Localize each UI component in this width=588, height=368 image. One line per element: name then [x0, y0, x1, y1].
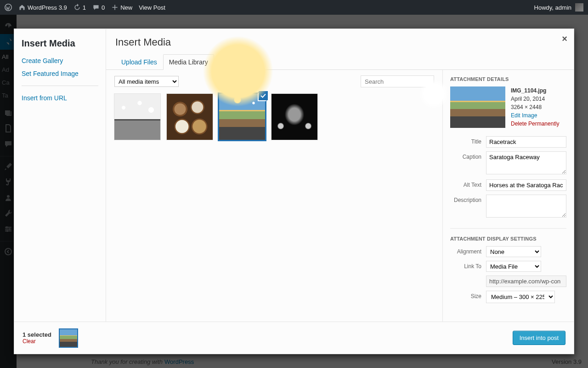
media-modal: × Insert Media Create Gallery Set Featur…	[14, 29, 574, 354]
svg-point-0	[5, 4, 11, 11]
refresh-icon	[74, 4, 81, 11]
plus-icon	[111, 4, 119, 11]
avatar	[575, 3, 583, 12]
howdy-text: Howdy, admin	[534, 4, 571, 11]
wp-logo-menu[interactable]	[5, 4, 12, 11]
updates-count: 1	[83, 4, 86, 11]
modal-overlay[interactable]: × Insert Media Create Gallery Set Featur…	[0, 15, 588, 368]
site-menu[interactable]: WordPress 3.9	[18, 4, 67, 11]
home-icon	[18, 4, 26, 11]
selection-thumb[interactable]	[59, 328, 78, 348]
updates-menu[interactable]: 1	[74, 4, 86, 11]
comments-menu[interactable]: 0	[92, 4, 105, 11]
admin-bar: WordPress 3.9 1 0 New View Post Howdy, a…	[0, 0, 588, 15]
account-menu[interactable]: Howdy, admin	[534, 3, 583, 12]
wordpress-icon	[5, 4, 12, 11]
new-label: New	[120, 4, 132, 11]
comments-count: 0	[102, 4, 105, 11]
comment-icon	[92, 4, 100, 11]
modal-footer: 1 selected Clear Insert into post	[14, 322, 574, 354]
site-name: WordPress 3.9	[28, 4, 67, 11]
new-content-menu[interactable]: New	[111, 4, 132, 11]
view-post-link[interactable]: View Post	[139, 4, 165, 11]
